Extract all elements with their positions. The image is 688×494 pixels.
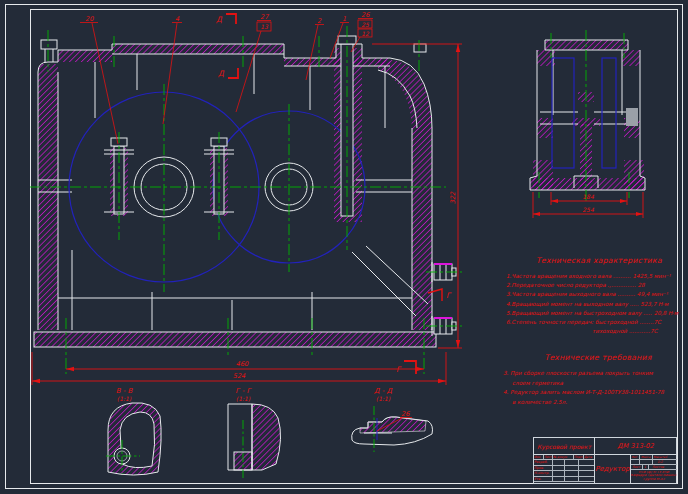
side-dim-inner: 184 (582, 193, 594, 200)
signature-row: Утв. (534, 477, 594, 482)
main-view: 460 524 322 20 4 27 13 2 1 26 (30, 11, 462, 385)
fasteners (41, 36, 456, 336)
section-view-gg: Г - Г (1:1) (228, 387, 281, 478)
part-name-cell: Редуктор (595, 455, 631, 483)
tech-char-line: 1.Частота вращения входного вала .......… (506, 272, 688, 281)
side-dimensions: 184 254 (533, 192, 643, 218)
side-gear-1 (552, 58, 574, 168)
tech-req-line: слоем герметика (512, 379, 688, 389)
tech-char-line: 4.Вращающий момент на выходном валу ....… (506, 300, 688, 309)
dim-height: 322 (449, 191, 457, 204)
col-podp: Подп. (574, 455, 584, 459)
side-dim-overall: 254 (582, 206, 594, 213)
title-block: Курсовой проект ДМ 313-02 Изм. Лист № до… (533, 437, 677, 484)
sheets-label: Листов (649, 465, 668, 469)
lit-label: Лит. (631, 455, 640, 459)
tech-req-line: 4. Редуктор залить маслом И-Т-Д-100ТУ38-… (503, 388, 688, 398)
title-block-top-row: Курсовой проект ДМ 313-02 (534, 438, 676, 455)
section-dd-scale: (1:1) (376, 395, 391, 402)
cad-canvas: 460 524 322 20 4 27 13 2 1 26 (0, 0, 688, 494)
section-view-bb: В - В (1:1) (106, 387, 161, 475)
callout-12: 12 (361, 30, 370, 37)
tech-char-title: Техническая характеристика (506, 256, 688, 265)
position-callouts: 20 4 27 13 2 1 26 25 12 (80, 11, 373, 144)
dim-inner-width: 460 (236, 360, 249, 368)
technical-requirements: Технические требования 3. При сборке пло… (503, 353, 688, 407)
col-list: Лист (544, 455, 553, 459)
project-type-cell: Курсовой проект (534, 438, 595, 454)
callout-26: 26 (361, 11, 370, 19)
mass-label: Масса (640, 455, 653, 459)
tech-req-title: Технические требования (503, 353, 688, 362)
marker-d-lower: Д (218, 69, 225, 78)
tech-req-line: 3. При сборке плоскости разъема покрыть … (503, 369, 688, 379)
organization-cell: НТИ (ф) УГТУ-УПИ Кафедра «Детали машин» … (631, 470, 677, 481)
title-block-signature-grid: Изм. Лист № докум. Подп. Дата Разраб. Пр… (534, 455, 595, 483)
hatch-bottom-flange (34, 332, 436, 347)
callout-4: 4 (175, 15, 180, 23)
col-izm: Изм. (534, 455, 544, 459)
org-line: Группа М-43 (631, 478, 677, 482)
section-gg-title: Г - Г (235, 387, 252, 395)
section-dd-title: Д - Д (374, 387, 392, 395)
hatch-regions (34, 44, 436, 347)
side-view: 184 254 (530, 30, 645, 218)
tech-char-line: 5.Вращающий момент на быстроходном валу … (506, 309, 688, 318)
callout-13: 13 (260, 23, 269, 30)
dim-overall-width: 524 (233, 372, 246, 380)
section-gg-wall (252, 404, 281, 470)
technical-characteristics: Техническая характеристика 1.Частота вра… (506, 256, 688, 337)
section-gg-scale: (1:1) (236, 395, 251, 402)
housing-outline (34, 44, 436, 347)
hatch-top-cover (112, 44, 284, 54)
col-data: Дата (584, 455, 594, 459)
callout-27: 27 (260, 13, 269, 21)
callout-1: 1 (342, 15, 346, 23)
hatch-corner-rib (378, 60, 432, 128)
title-block-right-grid: Лит. Масса Масштаб 1:2 Лист 1 Листов НТИ… (631, 455, 677, 483)
callout-2: 2 (317, 17, 322, 25)
sheet-label: Лист (631, 465, 643, 469)
tech-req-line: в количестве 2.5л. (512, 398, 688, 408)
section-bb-title: В - В (116, 387, 134, 395)
tech-char-line: 3.Частота вращения выходного вала ......… (506, 290, 688, 299)
section-bb-scale: (1:1) (117, 395, 132, 402)
role-label: Разраб. (534, 460, 553, 464)
hatch-left-step (58, 50, 112, 62)
cover-bolt-top-right (414, 44, 426, 52)
hatch-left-wall (38, 64, 58, 330)
marker-g-bottom: Г (396, 365, 402, 374)
col-docnum: № докум. (553, 455, 574, 459)
tech-char-line: тихоходной ............7С (592, 327, 688, 336)
scale-label: Масштаб (653, 455, 668, 459)
tech-char-line: 2.Передаточное число редуктора .,.......… (506, 281, 688, 290)
cover-bolt-top-left (41, 40, 57, 49)
marker-g-right: Г (446, 291, 452, 300)
document-number-cell: ДМ 313-02 (595, 438, 676, 454)
callout-20: 20 (85, 15, 94, 23)
role-label: Н.контр. (534, 471, 553, 475)
role-label: Пров. (534, 466, 553, 470)
callout-25: 25 (361, 21, 370, 28)
section-view-dd: Д - Д (1:1) 26 (352, 387, 433, 452)
tech-char-line: 6.Степень точности передач: быстроходной… (506, 318, 688, 327)
scale-value: 1:2 (653, 460, 668, 464)
side-slot (626, 108, 638, 126)
role-label: Утв. (534, 477, 553, 481)
side-gear-2 (602, 58, 616, 168)
section-dd-callout: 26 (401, 410, 410, 418)
hatch-right-wall (412, 128, 432, 330)
marker-d-top: Д (216, 15, 223, 24)
